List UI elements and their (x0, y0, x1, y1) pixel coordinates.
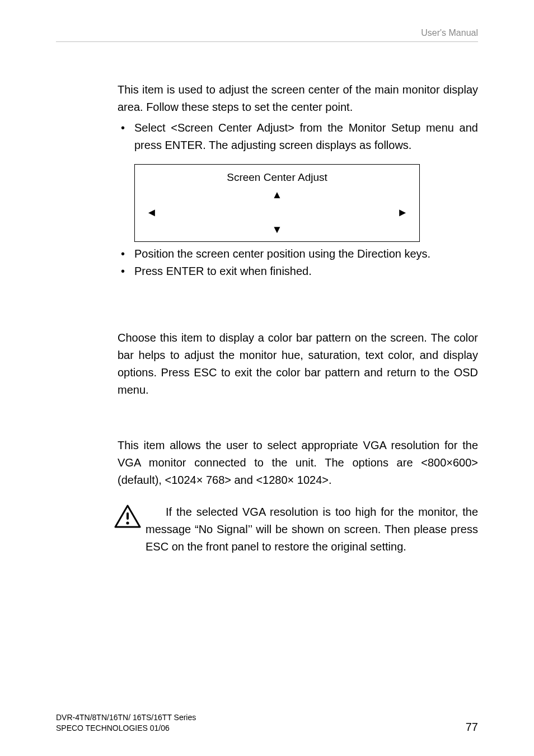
diagram-title: Screen Center Adjust (144, 169, 410, 185)
arrow-down-icon: ▼ (144, 221, 410, 238)
svg-point-1 (126, 522, 129, 525)
footer: DVR-4TN/8TN/16TN/ 16TS/16TT Series SPECO… (56, 712, 478, 734)
svg-rect-0 (127, 512, 129, 520)
list-item: Press ENTER to exit when finished. (118, 263, 478, 280)
arrow-right-icon: ► (397, 204, 408, 221)
arrow-up-icon: ▲ (144, 186, 410, 203)
section1-bullets-bottom: Position the screen center position usin… (118, 245, 478, 280)
warning-icon (114, 505, 141, 528)
arrow-left-icon: ◄ (146, 204, 157, 221)
section-gap (118, 290, 478, 329)
page-number: 77 (466, 721, 478, 734)
header-divider (56, 41, 478, 42)
footer-model: DVR-4TN/8TN/16TN/ 16TS/16TT Series (56, 712, 196, 723)
note-content: If the selected VGA resolution is too hi… (146, 506, 478, 553)
screen-center-diagram: Screen Center Adjust ▲ ◄ ► ▼ (134, 164, 420, 242)
list-item: Position the screen center position usin… (118, 245, 478, 263)
footer-left: DVR-4TN/8TN/16TN/ 16TS/16TT Series SPECO… (56, 712, 196, 734)
page: User's Manual This item is used to adjus… (0, 0, 534, 756)
list-item: Select <Screen Center Adjust> from the M… (118, 119, 478, 154)
section-gap (118, 402, 478, 437)
section1-para: This item is used to adjust the screen c… (118, 81, 478, 116)
note-text: If the selected VGA resolution is too hi… (146, 503, 478, 556)
header-right-text: User's Manual (56, 28, 478, 38)
body: This item is used to adjust the screen c… (118, 81, 478, 556)
footer-company: SPECO TECHNOLOGIES 01/06 (56, 723, 196, 734)
section3-para: This item allows the user to select appr… (118, 437, 478, 489)
section2-para: Choose this item to display a color bar … (118, 329, 478, 399)
section1-bullets-top: Select <Screen Center Adjust> from the M… (118, 119, 478, 154)
note-block: If the selected VGA resolution is too hi… (118, 503, 478, 556)
